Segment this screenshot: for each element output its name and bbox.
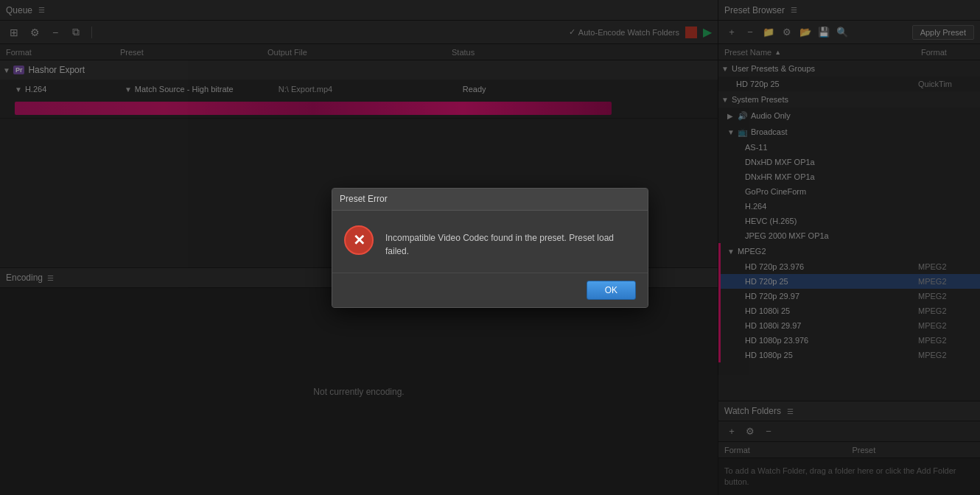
dialog-message: Incompatible Video Codec found in the pr… — [385, 225, 636, 258]
dialog-body: ✕ Incompatible Video Codec found in the … — [332, 211, 648, 273]
dialog-footer: OK — [332, 273, 648, 307]
dialog-titlebar: Preset Error — [332, 189, 648, 211]
dialog-error-icon: ✕ — [344, 225, 374, 255]
dialog-overlay: Preset Error ✕ Incompatible Video Codec … — [0, 0, 980, 495]
preset-error-dialog: Preset Error ✕ Incompatible Video Codec … — [332, 188, 648, 308]
error-x-icon: ✕ — [353, 233, 365, 248]
dialog-title: Preset Error — [340, 194, 388, 204]
error-circle: ✕ — [344, 225, 374, 255]
dialog-ok-button[interactable]: OK — [587, 281, 636, 300]
